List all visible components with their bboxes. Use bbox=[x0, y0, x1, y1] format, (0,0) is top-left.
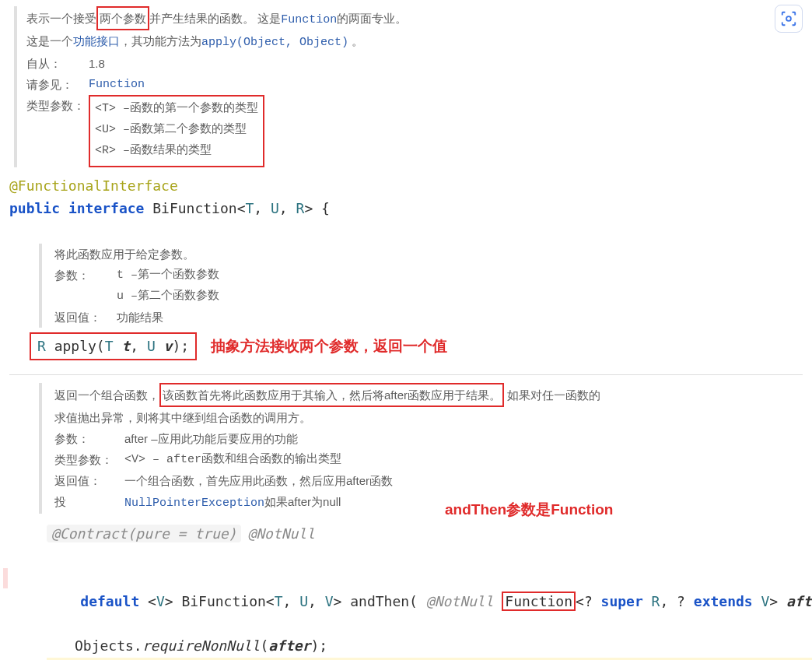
type-params-label: 类型参数： bbox=[26, 95, 89, 167]
lens-button[interactable] bbox=[775, 5, 803, 33]
apply-doc: 将此函数应用于给定参数。 参数：t –第一个函数参数 u –第二个函数参数 返回… bbox=[39, 244, 803, 328]
lens-icon bbox=[780, 10, 797, 27]
text: 表示一个接受 bbox=[26, 12, 96, 25]
function-box: Function bbox=[502, 592, 576, 611]
andthen-highlight: 该函数首先将此函数应用于其输入，然后将after函数应用于结果。 bbox=[159, 383, 504, 407]
param-t: t –第一个函数参数 bbox=[117, 265, 219, 286]
apply-annotation: 抽象方法接收两个参数，返回一个值 bbox=[211, 336, 447, 356]
since-label: 自从： bbox=[26, 53, 89, 74]
class-doc: 表示一个接受两个参数并产生结果的函数。 这是Function的两面专业。 这是一… bbox=[14, 6, 803, 167]
see-label: 请参见： bbox=[26, 74, 89, 95]
throws-link[interactable]: NullPointerException bbox=[124, 497, 264, 510]
since-value: 1.8 bbox=[89, 53, 105, 74]
class-declaration: public interface BiFunction<T, U, R> { bbox=[9, 198, 803, 220]
contract-annotation: @Contract(pure = true) bbox=[47, 525, 241, 542]
text: 的两面专业。 bbox=[337, 12, 407, 25]
andthen-signature: default <V> BiFunction<T, U, V> andThen(… bbox=[47, 546, 803, 635]
return-value: 功能结果 bbox=[117, 307, 163, 328]
return-value: 一个组合函数，首先应用此函数，然后应用after函数 bbox=[124, 470, 393, 491]
text: 并产生结果的函数。 这是 bbox=[149, 12, 281, 25]
text: 。 bbox=[348, 34, 363, 47]
andthen-annotation: andThen参数是Function bbox=[445, 500, 803, 520]
text: 这是一个 bbox=[26, 34, 73, 47]
text: 如果after为null bbox=[264, 495, 341, 508]
throws-label: 投 bbox=[54, 491, 124, 514]
params-label: 参数： bbox=[54, 265, 117, 286]
return-label: 返回值： bbox=[54, 470, 124, 491]
param-after: after –应用此功能后要应用的功能 bbox=[124, 428, 298, 449]
param-u: u –第二个函数参数 bbox=[117, 286, 219, 307]
highlight-two-params: 两个参数 bbox=[96, 6, 149, 30]
link-apply[interactable]: apply(Object, Object) bbox=[201, 36, 348, 49]
link-function[interactable]: Function bbox=[281, 13, 337, 26]
type-params-label: 类型参数： bbox=[54, 449, 124, 470]
text: 求值抛出异常，则将其中继到组合函数的调用方。 bbox=[54, 407, 803, 428]
apply-summary: 将此函数应用于给定参数。 bbox=[54, 244, 803, 265]
text: 如果对任一函数的 bbox=[504, 388, 600, 402]
params-label: 参数： bbox=[54, 428, 124, 449]
type-param-r: <R> –函数结果的类型 bbox=[95, 140, 258, 161]
notnull-annotation: @NotNull bbox=[247, 525, 315, 542]
andthen-code: @Contract(pure = true)@NotNull default <… bbox=[47, 523, 803, 660]
type-param-v: <V> – after函数和组合函数的输出类型 bbox=[124, 449, 341, 470]
see-link[interactable]: Function bbox=[89, 74, 145, 95]
requireNonNull-line: Objects.requireNonNull(after); bbox=[47, 635, 803, 658]
svg-point-0 bbox=[786, 16, 791, 21]
type-params-box: <T> –函数的第一个参数的类型 <U> –函数第二个参数的类型 <R> –函数… bbox=[89, 95, 264, 167]
apply-signature-box: R apply(T t, U v); bbox=[30, 332, 197, 361]
link-functional-interface[interactable]: 功能接口 bbox=[73, 34, 120, 47]
return-label: 返回值： bbox=[54, 307, 117, 328]
class-annotation: @FunctionalInterface bbox=[9, 175, 803, 198]
text: ，其功能方法为 bbox=[120, 34, 201, 47]
type-param-u: <U> –函数第二个参数的类型 bbox=[95, 119, 258, 140]
text: 返回一个组合函数， bbox=[54, 388, 159, 402]
type-param-t: <T> –函数的第一个参数的类型 bbox=[95, 98, 258, 119]
andthen-doc: 返回一个组合函数，该函数首先将此函数应用于其输入，然后将after函数应用于结果… bbox=[39, 383, 803, 514]
